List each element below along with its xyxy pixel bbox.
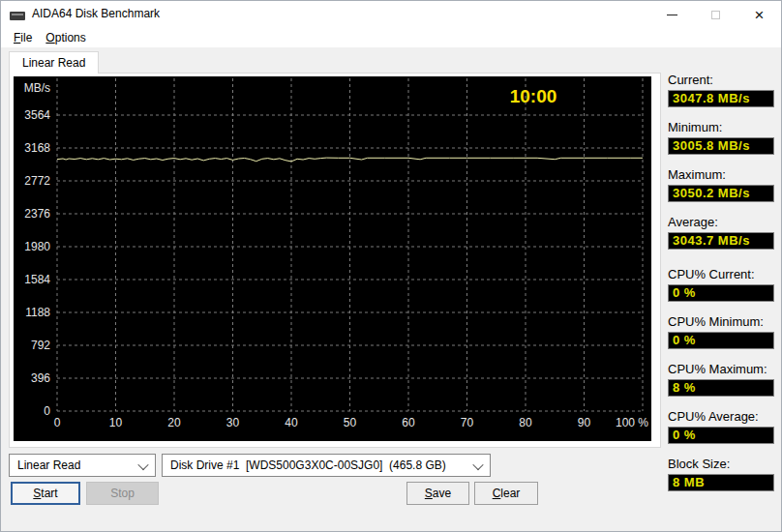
- menu-options[interactable]: Options: [39, 29, 92, 46]
- svg-text:396: 396: [31, 371, 50, 385]
- stat-average: Average: 3043.7 MB/s: [668, 215, 774, 250]
- app-window: AIDA64 Disk Benchmark × File Options Lin…: [0, 0, 782, 532]
- stat-label: CPU% Maximum:: [668, 362, 774, 376]
- stat-value: 0 %: [668, 284, 774, 302]
- minimize-button[interactable]: [650, 1, 694, 28]
- window-title: AIDA64 Disk Benchmark: [32, 7, 160, 20]
- svg-text:50: 50: [344, 416, 357, 429]
- benchmark-type-value: Linear Read: [17, 458, 80, 472]
- svg-text:90: 90: [578, 416, 591, 429]
- svg-text:1584: 1584: [24, 273, 50, 286]
- app-icon: [10, 12, 25, 20]
- menu-file[interactable]: File: [7, 29, 39, 46]
- stat-label: Current:: [668, 73, 774, 87]
- stat-value: 0 %: [668, 427, 774, 444]
- svg-text:0: 0: [54, 416, 61, 429]
- tab-linear-read[interactable]: Linear Read: [9, 51, 99, 74]
- svg-text:1188: 1188: [25, 306, 50, 319]
- chart-canvas: 0102030405060708090100 %3564316827722376…: [14, 76, 651, 441]
- disk-drive-value: Disk Drive #1 [WDS500G3X0C-00SJG0] (465.…: [170, 458, 446, 472]
- stat-block-size: Block Size: 8 MB: [668, 457, 774, 491]
- stat-label: Average:: [668, 215, 774, 229]
- stat-value: 3005.8 MB/s: [668, 137, 774, 155]
- title-bar[interactable]: AIDA64 Disk Benchmark ×: [1, 1, 781, 28]
- svg-text:2772: 2772: [24, 174, 50, 188]
- stat-label: CPU% Average:: [668, 409, 774, 424]
- svg-text:10: 10: [109, 416, 123, 429]
- close-button[interactable]: ×: [737, 1, 781, 28]
- stat-value: 3043.7 MB/s: [668, 232, 774, 250]
- tab-page: 0102030405060708090100 %3564316827722376…: [9, 73, 661, 448]
- benchmark-chart: 0102030405060708090100 %3564316827722376…: [14, 76, 651, 441]
- stat-label: Maximum:: [668, 167, 774, 182]
- svg-text:70: 70: [461, 416, 474, 429]
- svg-text:792: 792: [31, 339, 50, 352]
- start-button[interactable]: Start: [11, 482, 80, 505]
- svg-text:3168: 3168: [24, 141, 50, 155]
- stat-cpu-current: CPU% Current: 0 %: [668, 267, 774, 302]
- stat-label: CPU% Current:: [668, 267, 774, 281]
- svg-text:MB/s: MB/s: [24, 81, 50, 95]
- stat-label: CPU% Minimum:: [668, 314, 774, 329]
- svg-text:30: 30: [226, 416, 240, 429]
- stat-value: 0 %: [668, 332, 774, 349]
- close-icon: ×: [755, 7, 765, 23]
- svg-text:40: 40: [285, 416, 298, 429]
- stat-current: Current: 3047.8 MB/s: [668, 73, 774, 107]
- stat-minimum: Minimum: 3005.8 MB/s: [668, 120, 774, 155]
- svg-text:3564: 3564: [24, 108, 50, 122]
- save-button[interactable]: Save: [406, 482, 469, 505]
- svg-text:2376: 2376: [24, 207, 50, 221]
- maximize-button[interactable]: [694, 1, 737, 28]
- menu-bar: File Options: [1, 28, 781, 47]
- stat-value: 8 MB: [668, 474, 774, 491]
- stat-value: 3047.8 MB/s: [668, 90, 774, 107]
- benchmark-type-select[interactable]: Linear Read: [9, 454, 156, 477]
- stat-value: 3050.2 MB/s: [668, 185, 774, 202]
- chevron-down-icon: [472, 459, 483, 470]
- stat-cpu-minimum: CPU% Minimum: 0 %: [668, 314, 774, 349]
- clear-button[interactable]: Clear: [474, 482, 538, 505]
- svg-text:100 %: 100 %: [616, 416, 648, 429]
- stat-label: Minimum:: [668, 120, 774, 134]
- stat-label: Block Size:: [668, 457, 774, 471]
- stat-value: 8 %: [668, 379, 774, 397]
- stat-cpu-maximum: CPU% Maximum: 8 %: [668, 362, 774, 397]
- stop-button[interactable]: Stop: [86, 482, 159, 505]
- stat-maximum: Maximum: 3050.2 MB/s: [668, 167, 774, 202]
- svg-text:1980: 1980: [24, 240, 50, 253]
- svg-text:0: 0: [44, 404, 50, 418]
- chevron-down-icon: [137, 459, 148, 470]
- svg-text:80: 80: [519, 416, 532, 429]
- maximize-icon: [711, 11, 720, 19]
- stat-cpu-average: CPU% Average: 0 %: [668, 409, 774, 444]
- minimize-icon: [667, 15, 677, 15]
- disk-drive-select[interactable]: Disk Drive #1 [WDS500G3X0C-00SJG0] (465.…: [162, 454, 491, 477]
- svg-text:10:00: 10:00: [510, 86, 557, 106]
- svg-text:60: 60: [402, 416, 415, 429]
- svg-text:20: 20: [167, 416, 181, 429]
